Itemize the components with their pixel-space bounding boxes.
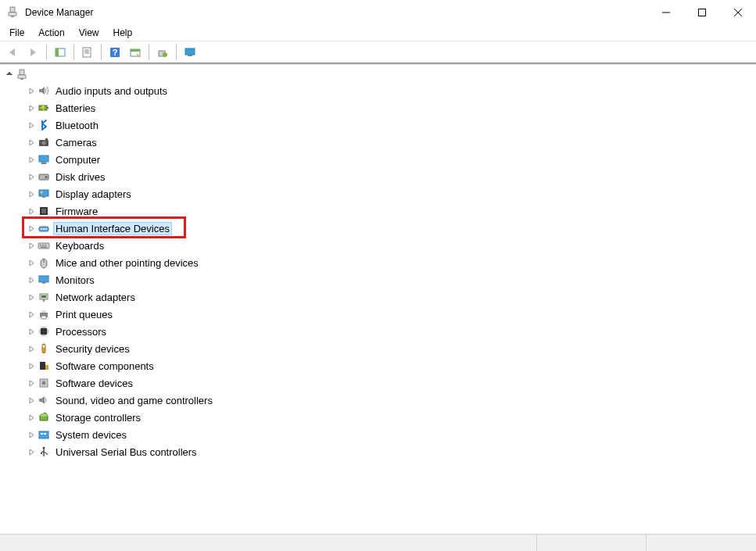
- close-button[interactable]: [720, 0, 756, 25]
- collapse-icon[interactable]: [5, 70, 14, 80]
- device-tree[interactable]: Audio inputs and outputsBatteriesBluetoo…: [0, 65, 756, 534]
- forward-button[interactable]: [23, 43, 42, 62]
- tree-category[interactable]: Print queues: [19, 306, 756, 323]
- menu-view[interactable]: View: [73, 26, 106, 40]
- tree-category[interactable]: Software devices: [19, 374, 756, 392]
- tree-category[interactable]: Firmware: [19, 202, 756, 220]
- tree-category[interactable]: Storage controllers: [19, 409, 756, 426]
- tree-category-label[interactable]: Software devices: [53, 377, 135, 390]
- tree-category[interactable]: Computer: [19, 151, 756, 168]
- expand-icon[interactable]: [27, 378, 36, 388]
- tree-category-label[interactable]: Processors: [53, 325, 109, 338]
- tree-category-label[interactable]: Keyboards: [53, 239, 106, 252]
- swdev-icon: [38, 377, 50, 389]
- svg-rect-8: [56, 48, 59, 56]
- tree-category[interactable]: Disk drives: [19, 168, 756, 185]
- tree-category-label[interactable]: Human Interface Devices: [53, 222, 172, 235]
- monitor-icon: [38, 274, 50, 286]
- expand-icon[interactable]: [27, 189, 36, 199]
- update-driver-button[interactable]: [153, 43, 172, 62]
- titlebar: Device Manager: [0, 0, 756, 25]
- help-button[interactable]: ?: [106, 43, 124, 62]
- tree-category-label[interactable]: Print queues: [53, 308, 115, 321]
- expand-icon[interactable]: [27, 206, 36, 216]
- menu-file[interactable]: File: [3, 26, 30, 40]
- camera-icon: [38, 136, 50, 148]
- tree-category[interactable]: Cameras: [19, 134, 756, 151]
- tree-category[interactable]: Universal Serial Bus controllers: [19, 443, 756, 460]
- tree-category[interactable]: Batteries: [19, 99, 756, 116]
- tree-category[interactable]: Sound, video and game controllers: [19, 392, 756, 409]
- tree-category-label[interactable]: Batteries: [53, 102, 98, 115]
- tree-category-label[interactable]: Display adapters: [53, 188, 134, 201]
- tree-category-label[interactable]: System devices: [53, 428, 129, 442]
- tree-category-label[interactable]: Network adapters: [53, 291, 138, 304]
- tree-category-label[interactable]: Mice and other pointing devices: [53, 256, 201, 270]
- tree-category[interactable]: Human Interface Devices: [19, 220, 756, 237]
- expand-icon[interactable]: [27, 138, 36, 147]
- remote-computer-button[interactable]: [181, 43, 199, 62]
- expand-icon[interactable]: [27, 395, 36, 405]
- computer-root-icon: [16, 69, 28, 81]
- tree-category[interactable]: Network adapters: [19, 288, 756, 306]
- tree-category-label[interactable]: Universal Serial Bus controllers: [53, 445, 199, 459]
- swcomp-icon: [38, 360, 50, 372]
- tree-category[interactable]: Display adapters: [19, 185, 756, 202]
- tree-category-label[interactable]: Disk drives: [53, 170, 108, 184]
- expand-icon[interactable]: [27, 224, 36, 233]
- expand-icon[interactable]: [27, 241, 36, 250]
- bluetooth-icon: [38, 119, 50, 131]
- expand-icon[interactable]: [27, 361, 36, 370]
- expand-icon[interactable]: [27, 430, 36, 439]
- expand-icon[interactable]: [27, 275, 36, 284]
- tree-category-label[interactable]: Audio inputs and outputs: [53, 84, 170, 98]
- tree-category[interactable]: Keyboards: [19, 237, 756, 254]
- firmware-icon: [38, 205, 50, 217]
- tree-category-label[interactable]: Cameras: [53, 136, 99, 149]
- tree-category[interactable]: Bluetooth: [19, 116, 756, 134]
- expand-icon[interactable]: [27, 447, 36, 456]
- expand-icon[interactable]: [27, 344, 36, 353]
- tree-category[interactable]: Software components: [19, 357, 756, 374]
- expand-icon[interactable]: [27, 413, 36, 422]
- expand-icon[interactable]: [27, 155, 36, 164]
- scan-hardware-button[interactable]: [126, 43, 145, 62]
- tree-category-label[interactable]: Software components: [53, 360, 156, 373]
- svg-rect-23: [20, 78, 23, 80]
- tree-category-label[interactable]: Firmware: [53, 205, 100, 218]
- tree-category[interactable]: Monitors: [19, 271, 756, 288]
- expand-icon[interactable]: [27, 103, 36, 113]
- maximize-button[interactable]: [684, 0, 720, 25]
- expand-icon[interactable]: [27, 258, 36, 267]
- menu-action[interactable]: Action: [32, 26, 70, 40]
- tree-category-label[interactable]: Bluetooth: [53, 119, 101, 132]
- usb-icon: [38, 445, 50, 458]
- battery-icon: [38, 102, 50, 114]
- tree-category-label[interactable]: Security devices: [53, 342, 132, 356]
- minimize-button[interactable]: [648, 0, 684, 25]
- security-icon: [38, 342, 50, 355]
- tree-category-label[interactable]: Monitors: [53, 274, 97, 287]
- tree-category[interactable]: System devices: [19, 426, 756, 443]
- properties-button[interactable]: [78, 43, 97, 62]
- show-hide-console-tree-button[interactable]: [51, 43, 70, 62]
- tree-category[interactable]: Processors: [19, 323, 756, 340]
- tree-category-label[interactable]: Computer: [53, 153, 102, 166]
- tree-category[interactable]: Audio inputs and outputs: [19, 82, 756, 99]
- tree-category-label[interactable]: Storage controllers: [53, 411, 143, 424]
- hid-icon: [38, 222, 50, 234]
- tree-category[interactable]: Security devices: [19, 340, 756, 357]
- mouse-icon: [38, 256, 50, 269]
- expand-icon[interactable]: [27, 309, 36, 319]
- sound-icon: [38, 394, 50, 406]
- expand-icon[interactable]: [27, 327, 36, 336]
- menu-help[interactable]: Help: [107, 26, 139, 40]
- tree-root-node[interactable]: [3, 68, 756, 82]
- back-button[interactable]: [3, 43, 22, 62]
- tree-category-label[interactable]: Sound, video and game controllers: [53, 394, 215, 407]
- tree-category[interactable]: Mice and other pointing devices: [19, 254, 756, 271]
- expand-icon[interactable]: [27, 292, 36, 302]
- expand-icon[interactable]: [27, 86, 36, 95]
- expand-icon[interactable]: [27, 172, 36, 181]
- expand-icon[interactable]: [27, 120, 36, 130]
